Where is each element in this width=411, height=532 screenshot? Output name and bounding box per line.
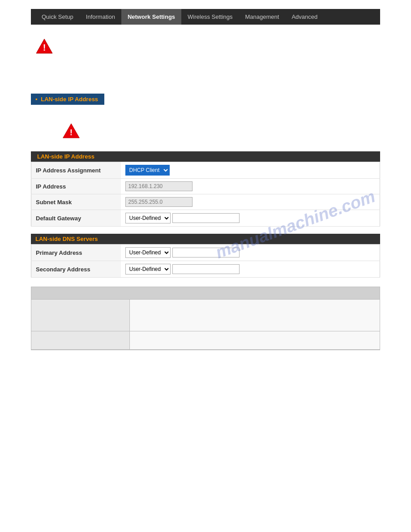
ip-address-label: IP Address <box>31 179 121 194</box>
default-gateway-label: Default Gateway <box>31 210 121 227</box>
subnet-mask-label: Subnet Mask <box>31 194 121 210</box>
lan-dns-header-text: LAN-side DNS Servers <box>35 236 98 242</box>
nav-advanced[interactable]: Advanced <box>285 9 324 25</box>
secondary-address-value: User-Defined Auto <box>121 261 380 278</box>
secondary-address-label: Secondary Address <box>31 261 121 278</box>
ip-assignment-value: DHCP Client <box>121 162 380 179</box>
help-row-1 <box>31 300 380 331</box>
lan-dns-section-header: LAN-side DNS Servers <box>31 234 380 244</box>
secondary-address-input[interactable] <box>172 264 240 274</box>
help-table <box>31 287 380 350</box>
subnet-mask-input <box>125 197 193 207</box>
help-term-2 <box>31 331 130 349</box>
top-warning-icon: ! <box>35 38 53 54</box>
lan-label-text: LAN-side IP Address <box>41 96 98 103</box>
lan-ip-table: IP Address Assignment DHCP Client IP Add… <box>31 162 380 227</box>
nav-network-settings[interactable]: Network Settings <box>121 9 181 25</box>
lan-ip-header-text: LAN-side IP Address <box>37 153 94 160</box>
second-warning-icon: ! <box>62 123 85 142</box>
primary-address-label: Primary Address <box>31 245 121 261</box>
nav-management[interactable]: Management <box>239 9 285 25</box>
table-row: Default Gateway User-Defined Auto <box>31 210 380 227</box>
nav-quick-setup[interactable]: Quick Setup <box>35 9 80 25</box>
ip-address-input <box>125 181 193 191</box>
primary-address-value: User-Defined Auto <box>121 245 380 261</box>
primary-address-input[interactable] <box>172 248 240 257</box>
ip-assignment-label: IP Address Assignment <box>31 162 121 179</box>
nav-wireless-settings[interactable]: Wireless Settings <box>181 9 239 25</box>
table-row: IP Address <box>31 179 380 194</box>
table-row: Subnet Mask <box>31 194 380 210</box>
table-row: IP Address Assignment DHCP Client <box>31 162 380 179</box>
subnet-mask-value <box>121 194 380 210</box>
help-def-2 <box>130 331 380 349</box>
svg-text:!: ! <box>70 128 73 137</box>
help-row-2 <box>31 331 380 350</box>
help-table-header <box>31 287 380 300</box>
default-gateway-select[interactable]: User-Defined Auto <box>125 213 171 223</box>
default-gateway-value: User-Defined Auto <box>121 210 380 227</box>
main-content: ! ▪ LAN-side IP Address ! LAN-side IP <box>31 34 380 364</box>
help-def-1 <box>130 300 380 331</box>
table-row: Primary Address User-Defined Auto <box>31 245 380 261</box>
ip-assignment-select[interactable]: DHCP Client <box>125 165 170 176</box>
lan-dns-table: Primary Address User-Defined Auto <box>31 244 380 278</box>
lan-bullet: ▪ <box>35 96 38 103</box>
lan-side-ip-label: ▪ LAN-side IP Address <box>31 94 104 105</box>
ip-address-value <box>121 179 380 194</box>
svg-text:!: ! <box>43 43 46 52</box>
navbar: Quick Setup Information Network Settings… <box>31 9 380 25</box>
primary-address-select[interactable]: User-Defined Auto <box>125 247 171 258</box>
default-gateway-input[interactable] <box>172 213 240 223</box>
nav-information[interactable]: Information <box>80 9 121 25</box>
help-term-1 <box>31 300 130 331</box>
table-row: Secondary Address User-Defined Auto <box>31 261 380 278</box>
secondary-address-select[interactable]: User-Defined Auto <box>125 264 171 275</box>
lan-ip-section-header: LAN-side IP Address <box>31 151 380 162</box>
